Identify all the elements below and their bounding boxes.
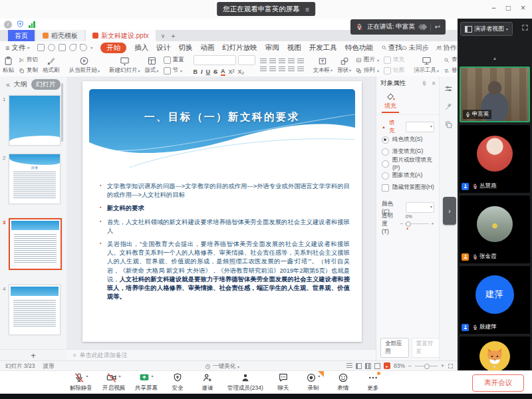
unmute-button[interactable]: ▴ 解除静音 (70, 372, 92, 392)
tab-review[interactable]: 审阅 (265, 43, 279, 53)
scroll-up-icon[interactable]: ▲ (458, 56, 532, 61)
line-spacing-icon[interactable] (297, 59, 304, 64)
undo-icon[interactable] (69, 44, 76, 51)
tab-view[interactable]: 视图 (287, 43, 301, 53)
align-center-icon[interactable] (269, 66, 276, 72)
start-video-button[interactable]: ▴ 开启视频 (102, 372, 125, 392)
columns-icon[interactable] (297, 66, 304, 72)
fill-preset-dropdown[interactable]: ▾ (406, 122, 434, 132)
font-size-input[interactable] (238, 55, 255, 65)
section-button[interactable]: 节▾ (164, 66, 184, 74)
participant-tile[interactable]: 丛慧燕 (460, 125, 530, 193)
textbox-button[interactable]: 文本框▾ (313, 57, 333, 74)
add-slide-button[interactable]: + (0, 349, 67, 361)
tab-devtools[interactable]: 开发工具 (309, 43, 337, 53)
participant-tile-speaker[interactable]: 申富英 (460, 66, 530, 122)
slider-plus[interactable]: + (431, 221, 434, 227)
color-dropdown[interactable]: ▾ (406, 202, 434, 213)
slide-thumbnail-2[interactable]: 目录 (9, 154, 61, 204)
numbering-icon[interactable] (269, 59, 276, 64)
props-close-icon[interactable]: × (432, 80, 436, 87)
preview-icon[interactable] (59, 44, 66, 51)
paste-button[interactable]: 粘贴 (3, 56, 14, 74)
panel-collapse-handle[interactable]: › (443, 197, 456, 225)
indent-increase-icon[interactable] (288, 59, 295, 64)
font-name-input[interactable] (194, 55, 236, 65)
new-slide-button[interactable]: 新建幻灯片▾ (109, 56, 140, 74)
slide-thumbnail-3-selected[interactable] (9, 218, 62, 270)
properties-strip-icon[interactable] (444, 84, 453, 93)
participant-tile[interactable]: 建萍 殷建萍 (460, 266, 530, 334)
sync-status[interactable]: 未同步 (401, 43, 429, 53)
tab-outline[interactable]: 大纲 (14, 80, 27, 89)
transparency-slider[interactable]: 0% − ▲ + (400, 221, 434, 227)
underline-button[interactable]: U (206, 68, 211, 75)
tab-presentation-file[interactable]: 新文科建设.pptx (86, 30, 156, 41)
align-left-icon[interactable] (260, 66, 267, 72)
bold-button[interactable]: B (194, 68, 198, 75)
participant-tile[interactable]: 张金霞 (460, 196, 530, 263)
presentation-tools-button[interactable]: 演示工具▾ (414, 56, 439, 74)
font-color-button[interactable]: A (221, 68, 225, 76)
duplicate-strip-icon[interactable] (444, 120, 453, 129)
slider-minus[interactable]: − (400, 221, 404, 227)
file-menu[interactable]: ≡ 文件 ▾ (5, 43, 29, 53)
collaborate-button[interactable]: 协作 (436, 43, 457, 53)
redo-icon[interactable] (80, 44, 87, 51)
manage-members-button[interactable]: 管理成员(234) (227, 372, 263, 392)
beautify-strip-icon[interactable] (444, 102, 453, 111)
normal-view-icon[interactable] (356, 363, 362, 369)
play-from-current-button[interactable]: 从当前开始▾ (69, 56, 100, 74)
panel-collapse-icon[interactable]: « (6, 81, 10, 88)
reactions-button[interactable]: 表情 (333, 372, 353, 392)
layout-button[interactable]: 版式▾ (145, 56, 159, 74)
reset-button[interactable]: 重置 (164, 56, 184, 64)
reading-view-icon[interactable] (374, 363, 380, 369)
more-button[interactable]: 更多 (363, 372, 383, 392)
props-fill-tab[interactable]: 填充 (380, 92, 400, 114)
tab-docer-template[interactable]: 稻壳模板 (36, 30, 84, 41)
cut-button[interactable]: 剪切 (19, 56, 38, 64)
copy-button[interactable]: 复制 (19, 66, 38, 74)
format-painter-button[interactable]: 格式刷 (43, 57, 60, 74)
security-button[interactable]: 安全 (168, 372, 188, 392)
tab-features[interactable]: 特色功能 (345, 43, 373, 53)
align-right-icon[interactable] (279, 66, 285, 72)
share-screen-button[interactable]: ▴ 共享屏幕 (135, 372, 158, 392)
slideshow-button[interactable]: ▸ (384, 362, 390, 369)
record-button[interactable]: ▴ 录制 (303, 372, 323, 392)
option-pattern-fill[interactable]: 图案填充(A) (376, 170, 440, 182)
justify-icon[interactable] (288, 66, 295, 72)
bullets-icon[interactable] (260, 59, 267, 64)
signal-strength-icon[interactable] (29, 21, 35, 28)
quick-access-caret[interactable]: ▾ (90, 45, 92, 50)
slide-thumbnail-4[interactable] (9, 285, 61, 335)
notes-bar[interactable]: ≡ 单击此处添加备注 (66, 349, 376, 360)
tab-wps-home[interactable]: 首页 (8, 30, 35, 41)
shapes-button[interactable]: 形状▾ (337, 57, 351, 74)
option-solid-fill[interactable]: 纯色填充(S) (376, 134, 440, 146)
fit-window-icon[interactable] (448, 363, 454, 369)
close-button[interactable]: × (521, 3, 525, 13)
current-slide[interactable]: 一、目标（一）新文科的要求 ▪ 文学教学知识谱系的问题—>文学教学的目的或作用—… (82, 81, 362, 342)
tab-animation[interactable]: 动画 (200, 43, 214, 53)
notes-toggle-icon[interactable] (346, 363, 352, 368)
banner-menu-icon[interactable]: ≡ (305, 5, 309, 13)
picture-button[interactable]: 图片▾ (356, 56, 379, 64)
subscript-button[interactable]: X₂ (238, 68, 245, 75)
beautify-button[interactable]: 一键美化 ▾ (205, 362, 239, 370)
italic-button[interactable]: I (201, 68, 203, 75)
ribbon-find[interactable]: 查找 (381, 43, 402, 53)
slide-thumbnail-1[interactable] (9, 95, 61, 146)
zoom-in-icon[interactable]: + (441, 362, 444, 369)
leave-meeting-button[interactable]: 离开会议 (472, 374, 524, 392)
tab-design[interactable]: 设计 (156, 43, 170, 53)
sorter-view-icon[interactable] (365, 363, 371, 369)
chat-button[interactable]: 聊天 (273, 372, 293, 392)
tab-slideshow[interactable]: 幻灯片放映 (222, 43, 257, 53)
zoom-slider[interactable] (415, 366, 438, 366)
hide-banner-icon[interactable]: ↩ (435, 23, 440, 31)
save-icon[interactable] (37, 44, 45, 51)
meeting-info-icon[interactable]: i (4, 21, 12, 29)
tab-transition[interactable]: 切换 (178, 43, 192, 53)
